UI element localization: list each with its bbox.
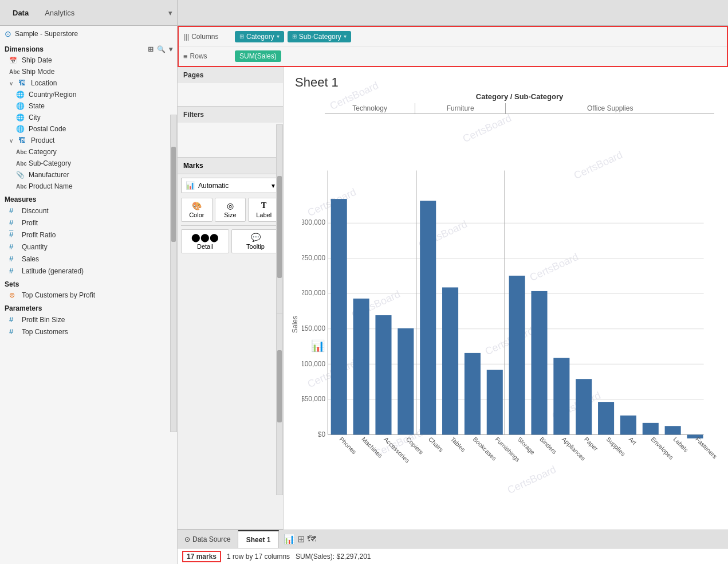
pages-header: Pages <box>178 67 283 83</box>
dim-productname[interactable]: Abc Product Name <box>0 181 177 192</box>
marks-count-badge[interactable]: 17 marks <box>182 551 221 562</box>
svg-text:Supplies: Supplies <box>605 436 627 457</box>
pill-subcategory[interactable]: ⊞ Sub-Category ▾ <box>288 31 351 42</box>
dim-location[interactable]: ∨ 🏗 Location <box>0 77 177 89</box>
dim-postal[interactable]: 🌐 Postal Code <box>0 123 177 135</box>
mea-discount[interactable]: # Discount <box>0 205 177 217</box>
set-top-customers[interactable]: ⊚ Top Customers by Profit <box>0 289 177 301</box>
dim-product[interactable]: ∨ 🏗 Product <box>0 135 177 146</box>
svg-text:$300,000: $300,000 <box>302 218 325 226</box>
svg-rect-18 <box>331 199 347 434</box>
y-axis-label: Sales <box>289 90 301 524</box>
svg-text:Chairs: Chairs <box>427 436 445 453</box>
svg-text:Fasteners: Fasteners <box>694 436 718 460</box>
svg-text:$0: $0 <box>318 430 326 438</box>
marks-label-btn[interactable]: T Label <box>248 198 280 222</box>
svg-text:$250,000: $250,000 <box>302 254 325 262</box>
param-top-customers[interactable]: # Top Customers <box>0 326 177 338</box>
dimensions-header: Dimensions ⊞ 🔍 ▾ <box>0 42 177 54</box>
mea-profit-ratio[interactable]: # Profit Ratio <box>0 229 177 241</box>
data-tab[interactable]: Data <box>5 0 37 25</box>
sum-sales-status: SUM(Sales): $2,297,201 <box>296 553 371 561</box>
sets-header: Sets <box>0 277 177 289</box>
parameters-header: Parameters <box>0 301 177 314</box>
analytics-tab[interactable]: Analytics <box>37 0 82 25</box>
svg-rect-26 <box>509 276 525 434</box>
hierarchy-icon-product: 🏗 <box>18 136 27 144</box>
svg-text:Appliances: Appliances <box>561 436 587 462</box>
data-source-tab[interactable]: ⊙ Data Source <box>178 530 238 548</box>
measures-header: Measures <box>0 192 177 205</box>
pill-category[interactable]: ⊞ Category ▾ <box>235 31 284 42</box>
dropdown-icon[interactable]: ▾ <box>169 45 172 53</box>
expand-icon-product: ∨ <box>9 138 15 144</box>
size-circle-icon: ◎ <box>227 201 234 210</box>
marks-tooltip-btn[interactable]: 💬 Tooltip <box>231 229 280 253</box>
pane-arrow[interactable]: ▾ <box>168 9 172 17</box>
calendar-icon: 📅 <box>9 57 18 64</box>
svg-rect-20 <box>375 315 391 434</box>
dim-state[interactable]: 🌐 State <box>0 100 177 112</box>
marks-detail-btn[interactable]: ⬤⬤⬤ Detail <box>181 229 229 253</box>
dim-subcategory[interactable]: Abc Sub-Category <box>0 158 177 169</box>
dim-manufacturer[interactable]: 📎 Manufacturer <box>0 169 177 181</box>
marks-color-btn[interactable]: 🎨 Color <box>181 198 213 222</box>
svg-text:Storage: Storage <box>516 436 536 456</box>
datasource-tab-icon: ⊙ <box>184 535 190 543</box>
svg-rect-29 <box>576 379 592 434</box>
filters-card: Filters <box>178 107 283 158</box>
tooltip-icon: 💬 <box>251 233 261 242</box>
svg-rect-21 <box>398 328 414 435</box>
pill-sum-sales[interactable]: SUM(Sales) <box>235 50 281 62</box>
mea-quantity[interactable]: # Quantity <box>0 241 177 253</box>
dim-city[interactable]: 🌐 City <box>0 112 177 123</box>
dim-ship-mode[interactable]: Abc Ship Mode <box>0 66 177 77</box>
add-sheet-icons[interactable]: 📊 ⊞ 🗺 <box>279 530 321 548</box>
svg-text:Paper: Paper <box>583 436 600 452</box>
svg-text:Envelopes: Envelopes <box>650 436 675 461</box>
svg-rect-33 <box>665 426 681 434</box>
abc-icon: Abc <box>9 69 18 75</box>
columns-icon: ||| <box>183 32 189 41</box>
hash-icon-discount: # <box>9 206 18 215</box>
abc-icon-cat: Abc <box>16 149 25 155</box>
cat-officesup-label: Office Supplies <box>506 103 714 113</box>
marks-header: Marks <box>178 158 283 174</box>
svg-rect-32 <box>643 423 659 435</box>
hierarchy-icon: 🏗 <box>18 79 27 87</box>
dim-ship-date[interactable]: 📅 Ship Date <box>0 54 177 66</box>
mea-profit[interactable]: # Profit <box>0 217 177 229</box>
mea-sales[interactable]: # Sales <box>0 253 177 265</box>
row-col-info: 1 row by 17 columns <box>227 553 290 561</box>
svg-rect-25 <box>487 370 503 434</box>
svg-rect-27 <box>531 291 547 434</box>
svg-rect-23 <box>442 287 458 434</box>
dim-category[interactable]: Abc Category <box>0 146 177 158</box>
new-worksheet-icon[interactable]: 📊 <box>284 534 295 545</box>
marks-type-dropdown[interactable]: 📊 Automatic ▾ <box>181 178 280 193</box>
mea-latitude[interactable]: # Latitude (generated) <box>0 265 177 277</box>
hash-icon-lat: # <box>9 267 18 275</box>
marks-size-btn[interactable]: ◎ Size <box>215 198 246 222</box>
expand-icon: ∨ <box>9 80 15 87</box>
hash-icon-sales: # <box>9 254 18 263</box>
data-source-row[interactable]: ⊙ Sample - Superstore <box>0 26 177 42</box>
globe-icon-state: 🌐 <box>16 102 25 110</box>
dim-country[interactable]: 🌐 Country/Region <box>0 89 177 100</box>
svg-text:$150,000: $150,000 <box>302 324 325 332</box>
new-story-icon[interactable]: 🗺 <box>307 534 316 545</box>
label-text-icon: T <box>261 201 266 210</box>
sheet1-tab[interactable]: Sheet 1 <box>238 530 280 548</box>
grid-icon[interactable]: ⊞ <box>148 45 154 53</box>
chart-category-header: Category / Sub-Category <box>325 90 714 103</box>
param-profit-bin[interactable]: # Profit Bin Size <box>0 314 177 326</box>
globe-icon-city: 🌐 <box>16 113 25 122</box>
rows-icon: ≡ <box>183 52 188 61</box>
hash-icon-topcust: # <box>9 327 18 336</box>
filter-icon-category: ▾ <box>277 33 280 40</box>
search-icon[interactable]: 🔍 <box>157 45 166 53</box>
abc-icon-pname: Abc <box>16 183 25 190</box>
new-dashboard-icon[interactable]: ⊞ <box>297 534 305 545</box>
chart-title: Sheet 1 <box>284 67 728 90</box>
pages-card: Pages <box>178 67 283 107</box>
